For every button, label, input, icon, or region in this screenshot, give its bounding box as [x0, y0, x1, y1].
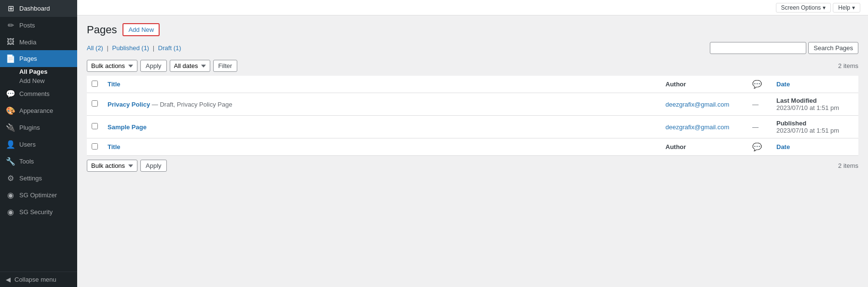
row-title-cell: Privacy Policy — Draft, Privacy Policy P… — [103, 93, 661, 116]
sidebar-item-dashboard[interactable]: ⊞ Dashboard — [0, 0, 77, 17]
sidebar-item-users[interactable]: 👤 Users — [0, 136, 77, 153]
comments-value-0: — — [752, 101, 759, 108]
row-title-cell: Sample Page — [103, 116, 661, 138]
screen-options-chevron-icon: ▾ — [823, 4, 826, 11]
sg-optimizer-icon: ◉ — [6, 191, 15, 200]
filter-links: All (2) | Published (1) | Draft (1) — [87, 44, 181, 52]
sidebar-item-settings[interactable]: ⚙ Settings — [0, 170, 77, 187]
comments-value-1: — — [752, 123, 759, 131]
page-title-desc-0: — Draft, Privacy Policy Page — [152, 101, 232, 108]
apply-button-bottom[interactable]: Apply — [140, 160, 167, 172]
sidebar-item-comments[interactable]: 💬 Comments — [0, 85, 77, 102]
col-title-footer: Title — [103, 138, 661, 156]
sidebar-item-media[interactable]: 🖼 Media — [0, 34, 77, 50]
col-date-footer: Date — [772, 138, 858, 156]
settings-icon: ⚙ — [6, 174, 15, 183]
sidebar-item-plugins[interactable]: 🔌 Plugins — [0, 119, 77, 136]
sidebar-item-label: SG Security — [19, 208, 53, 216]
content-area: Pages Add New All (2) | Published (1) | … — [77, 15, 868, 287]
row-date-cell: Published 2023/07/10 at 1:51 pm — [772, 116, 858, 138]
page-title-link-0[interactable]: Privacy Policy — [108, 101, 150, 108]
users-icon: 👤 — [6, 140, 15, 149]
col-comments-footer: 💬 — [747, 138, 772, 156]
row-date-cell: Last Modified 2023/07/10 at 1:51 pm — [772, 93, 858, 116]
title-sort-link[interactable]: Title — [108, 81, 121, 88]
filter-all[interactable]: All (2) — [87, 44, 103, 52]
pages-icon: 📄 — [6, 54, 15, 63]
help-button[interactable]: Help ▾ — [833, 3, 860, 13]
sidebar-sub-label: Add New — [19, 77, 45, 84]
sidebar-item-label: Users — [19, 141, 36, 148]
sidebar-sub-add-new[interactable]: Add New — [0, 76, 77, 85]
col-author-footer: Author — [661, 138, 747, 156]
screen-options-button[interactable]: Screen Options ▾ — [776, 3, 831, 13]
add-new-button[interactable]: Add New — [122, 23, 160, 36]
row-checkbox-0[interactable] — [92, 100, 98, 107]
table-footer-row: Title Author 💬 Date — [87, 138, 858, 156]
collapse-menu[interactable]: ◀ Collapse menu — [0, 272, 77, 287]
row-comments-cell: — — [747, 116, 772, 138]
sidebar-item-label: Plugins — [19, 124, 40, 131]
title-sort-link-bottom[interactable]: Title — [108, 143, 121, 150]
sidebar-item-label: Comments — [19, 90, 50, 97]
top-row: All (2) | Published (1) | Draft (1) Sear… — [87, 42, 858, 58]
help-chevron-icon: ▾ — [852, 4, 855, 11]
author-link-0[interactable]: deezgrafix@gmail.com — [665, 101, 729, 108]
plugins-icon: 🔌 — [6, 123, 15, 132]
date-label-0: Last Modified — [776, 97, 817, 104]
row-author-cell: deezgrafix@gmail.com — [661, 93, 747, 116]
help-label: Help — [838, 4, 850, 11]
sidebar-item-label: Appearance — [19, 107, 53, 114]
comments-icon: 💬 — [6, 89, 15, 98]
date-sort-link[interactable]: Date — [776, 81, 790, 88]
sidebar-item-label: Tools — [19, 158, 34, 165]
separator: | — [107, 44, 108, 52]
select-all-checkbox-top[interactable] — [92, 81, 98, 87]
search-pages-button[interactable]: Search Pages — [808, 42, 858, 54]
row-comments-cell: — — [747, 93, 772, 116]
bulk-actions-select-bottom[interactable]: Bulk actions — [87, 160, 137, 172]
sidebar-item-tools[interactable]: 🔧 Tools — [0, 153, 77, 170]
page-title-link-1[interactable]: Sample Page — [108, 123, 147, 131]
toolbar-top: Bulk actions Apply All dates Filter 2 it… — [87, 60, 858, 72]
filter-button[interactable]: Filter — [213, 60, 238, 72]
items-count-bottom: 2 items — [838, 162, 858, 169]
col-checkbox-footer — [87, 138, 103, 156]
sidebar-sub-all-pages[interactable]: All Pages — [0, 67, 77, 76]
sidebar-item-sg-optimizer[interactable]: ◉ SG Optimizer — [0, 187, 77, 204]
topbar: Screen Options ▾ Help ▾ — [77, 0, 868, 15]
col-checkbox-header — [87, 76, 103, 93]
apply-button-top[interactable]: Apply — [140, 60, 167, 72]
page-title: Pages — [87, 24, 117, 36]
sidebar-item-sg-security[interactable]: ◉ SG Security — [0, 204, 77, 220]
author-link-1[interactable]: deezgrafix@gmail.com — [665, 123, 729, 131]
sidebar-item-pages[interactable]: 📄 Pages — [0, 50, 77, 67]
table-row: Privacy Policy — Draft, Privacy Policy P… — [87, 93, 858, 116]
separator: | — [153, 44, 154, 52]
col-date-header: Date — [772, 76, 858, 93]
search-input[interactable] — [710, 42, 806, 54]
filter-draft[interactable]: Draft (1) — [158, 44, 181, 52]
collapse-icon: ◀ — [6, 276, 11, 283]
items-count-top: 2 items — [838, 62, 858, 69]
screen-options-label: Screen Options — [781, 4, 821, 11]
date-sort-link-bottom[interactable]: Date — [776, 143, 790, 150]
row-checkbox-cell — [87, 116, 103, 138]
table-header-row: Title Author 💬 Date — [87, 76, 858, 93]
tools-icon: 🔧 — [6, 157, 15, 166]
main-content: Screen Options ▾ Help ▾ Pages Add New Al… — [77, 0, 868, 287]
sidebar-item-posts[interactable]: ✏ Posts — [0, 17, 77, 34]
filter-published[interactable]: Published (1) — [112, 44, 149, 52]
media-icon: 🖼 — [6, 38, 15, 46]
select-all-checkbox-bottom[interactable] — [92, 143, 98, 150]
row-checkbox-1[interactable] — [92, 123, 98, 129]
sidebar-item-label: Pages — [19, 55, 37, 62]
posts-icon: ✏ — [6, 21, 15, 30]
sidebar-item-label: Posts — [19, 22, 35, 29]
sidebar-item-label: Settings — [19, 175, 42, 182]
dates-select[interactable]: All dates — [170, 60, 210, 72]
sidebar-item-appearance[interactable]: 🎨 Appearance — [0, 102, 77, 119]
bulk-actions-select-top[interactable]: Bulk actions — [87, 60, 137, 72]
row-checkbox-cell — [87, 93, 103, 116]
sidebar-item-label: Media — [19, 39, 36, 46]
